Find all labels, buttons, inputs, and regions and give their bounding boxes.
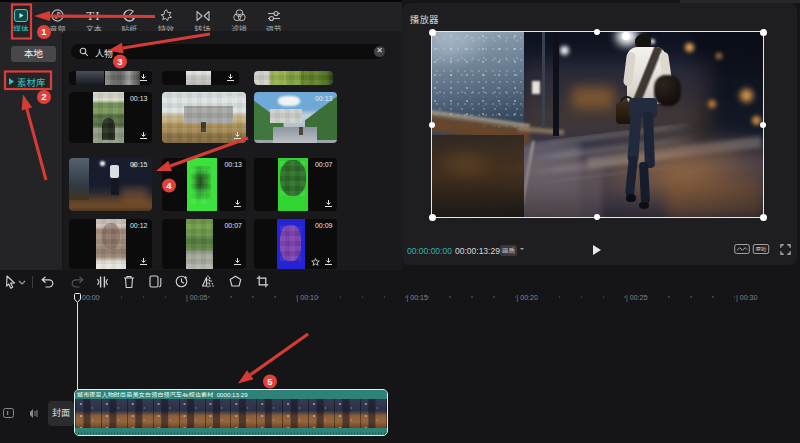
svg-text:原始: 原始 [756, 246, 767, 252]
